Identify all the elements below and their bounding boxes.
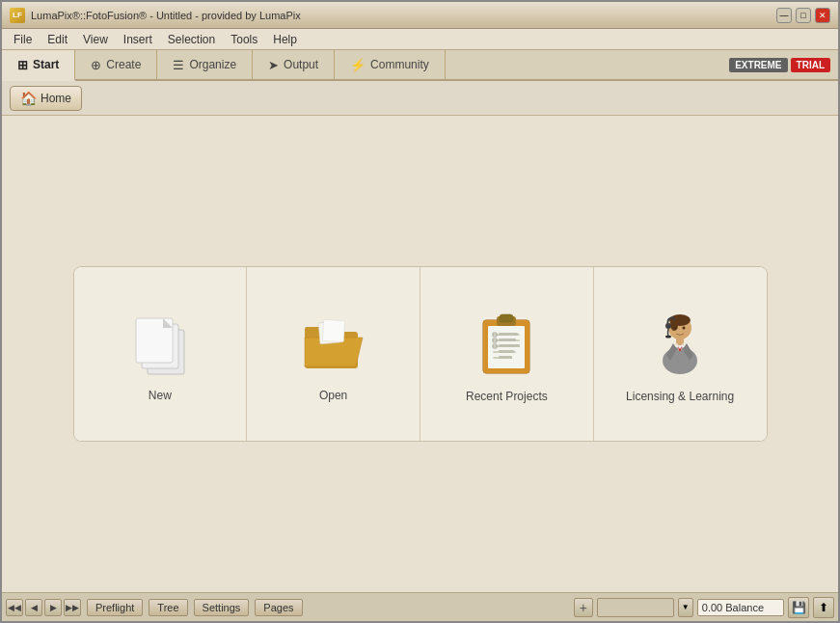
card-licensing-label: Licensing & Learning [626,390,734,403]
app-window: LF LumaPix®::FotoFusion® - Untitled - pr… [0,0,840,623]
tab-start[interactable]: ⊞ Start [2,50,75,81]
badge-extreme: EXTREME [729,58,787,72]
menu-help[interactable]: Help [265,31,305,48]
cards-grid: New [73,266,768,442]
card-recent-label: Recent Projects [466,390,548,403]
svg-rect-25 [499,344,520,347]
save-icon-button[interactable]: 💾 [788,597,809,618]
nav-last-button[interactable]: ▶▶ [64,599,81,616]
recent-icon [475,311,538,376]
card-recent[interactable]: Recent Projects [420,267,594,441]
tab-bar: ⊞ Start ⊕ Create ☰ Organize ➤ Output ⚡ C… [2,50,838,81]
title-bar-left: LF LumaPix®::FotoFusion® - Untitled - pr… [10,8,301,23]
tab-create[interactable]: ⊕ Create [75,50,157,79]
svg-point-31 [674,327,677,330]
balance-dropdown[interactable]: ▼ [678,598,693,617]
menu-edit[interactable]: Edit [40,31,75,48]
svg-point-32 [682,327,685,330]
logo-text: LF [13,11,22,19]
add-button[interactable]: + [574,598,593,617]
svg-rect-24 [499,339,516,341]
tab-bar-badges: EXTREME TRIAL [729,50,838,79]
menu-file[interactable]: File [6,31,40,48]
menu-bar: File Edit View Insert Selection Tools He… [2,29,838,50]
balance-display: 0.00 Balance [697,599,784,616]
tab-output[interactable]: ➤ Output [253,50,335,79]
title-bar: LF LumaPix®::FotoFusion® - Untitled - pr… [2,2,838,29]
tab-start-label: Start [33,58,59,71]
status-tab-tree[interactable]: Tree [149,599,187,616]
close-button[interactable]: ✕ [815,8,830,23]
tab-organize-label: Organize [189,58,236,71]
status-tab-preflight[interactable]: Preflight [87,599,143,616]
progress-bar [597,598,674,617]
status-bar: ◀◀ ◀ ▶ ▶▶ Preflight Tree Settings Pages … [2,592,838,621]
nav-next-button[interactable]: ▶ [44,599,62,616]
svg-point-39 [665,323,671,329]
minimize-button[interactable]: — [776,8,792,23]
title-bar-controls: — □ ✕ [776,8,830,23]
svg-rect-27 [499,356,512,359]
menu-tools[interactable]: Tools [223,31,265,48]
menu-insert[interactable]: Insert [116,31,160,48]
nav-prev-button[interactable]: ◀ [25,599,42,616]
svg-rect-9 [322,319,344,341]
tab-community-icon: ⚡ [350,58,366,72]
menu-selection[interactable]: Selection [160,31,223,48]
licensing-icon [649,311,712,376]
card-new[interactable]: New [74,267,248,441]
tab-create-icon: ⊕ [91,58,101,72]
card-licensing[interactable]: Licensing & Learning [594,267,767,441]
svg-rect-23 [499,333,518,336]
status-tab-pages[interactable]: Pages [255,599,302,616]
status-right: + ▼ 0.00 Balance 💾 ⬆ [574,597,834,618]
nav-first-button[interactable]: ◀◀ [6,599,23,616]
toolbar: 🏠 Home [2,81,838,116]
card-new-label: New [149,389,172,402]
share-icon-button[interactable]: ⬆ [813,597,834,618]
home-button[interactable]: 🏠 Home [10,86,82,111]
tab-organize-icon: ☰ [173,58,184,72]
svg-point-40 [665,336,671,339]
svg-point-34 [663,347,697,374]
main-content: New [2,116,838,592]
svg-rect-26 [499,350,514,353]
home-button-label: Home [41,92,71,105]
card-open[interactable]: Open [247,267,420,441]
new-icon [126,312,194,375]
status-left: ◀◀ ◀ ▶ ▶▶ Preflight Tree Settings Pages [6,599,303,616]
tab-organize[interactable]: ☰ Organize [157,50,253,79]
tab-output-label: Output [284,58,318,71]
tab-create-label: Create [106,58,141,71]
open-icon [300,312,367,375]
maximize-button[interactable]: □ [796,8,811,23]
card-open-label: Open [319,389,347,402]
svg-rect-13 [500,314,513,322]
tab-community-label: Community [370,58,429,71]
home-icon: 🏠 [20,91,37,106]
menu-view[interactable]: View [75,31,116,48]
title-text: LumaPix®::FotoFusion® - Untitled - provi… [31,10,301,21]
status-tab-settings[interactable]: Settings [194,599,250,616]
mid-section: 🏠 Home [2,81,838,592]
tab-output-icon: ➤ [268,58,279,72]
app-logo: LF [10,8,25,23]
tab-start-icon: ⊞ [17,58,28,72]
badge-trial: TRIAL [791,58,830,72]
tab-community[interactable]: ⚡ Community [335,50,446,79]
